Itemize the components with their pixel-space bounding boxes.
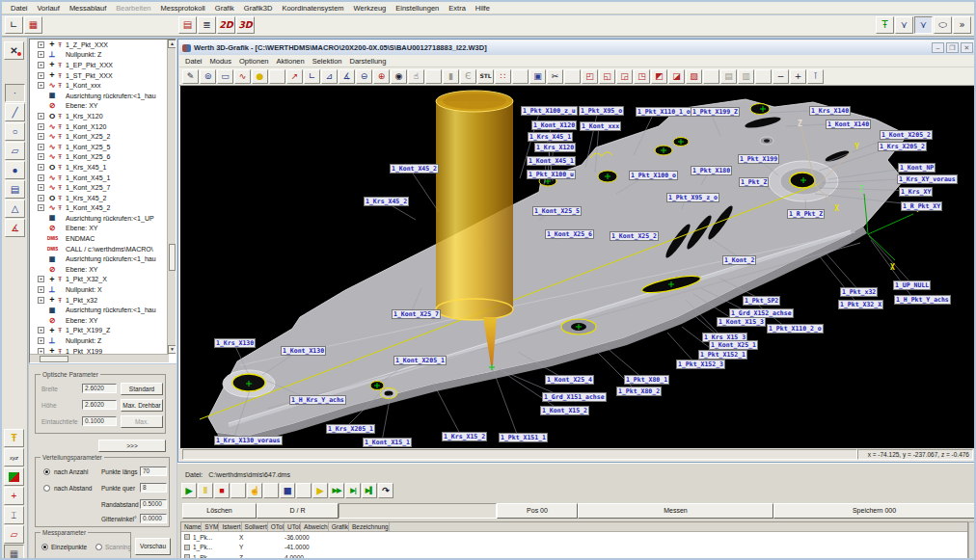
- punkte-quer-field[interactable]: 8: [140, 483, 167, 493]
- gfx-titlebar[interactable]: Werth 3D-Grafik - [C:\WERTHDMS\MACRO\20X…: [179, 40, 976, 55]
- tree-expand-icon[interactable]: [38, 113, 44, 120]
- feature-label[interactable]: 1_Kont_2: [722, 255, 756, 265]
- loeschen-button[interactable]: Löschen: [182, 503, 257, 519]
- xyz-icon[interactable]: xyz: [4, 448, 24, 467]
- pencil-icon[interactable]: ✎: [182, 69, 199, 84]
- tree-item[interactable]: ∿ Ŧ 1_Kont_X45_1: [30, 173, 176, 183]
- probe-change-icon[interactable]: Ŧ: [876, 16, 894, 34]
- feature-label[interactable]: 1_Kont_X140: [826, 120, 871, 129]
- sphere-tool-icon[interactable]: ●: [5, 161, 25, 179]
- measure-angle-icon[interactable]: ∡: [339, 69, 355, 84]
- zoom-minus-button[interactable]: −: [773, 69, 789, 84]
- tree-expand-icon[interactable]: [38, 144, 44, 150]
- color-mode-icon[interactable]: [4, 467, 24, 486]
- tree-item[interactable]: + Ŧ 1_Pkt_X199_Z: [30, 326, 176, 336]
- tree-expand-icon[interactable]: [38, 337, 44, 344]
- menu-item[interactable]: Datei: [6, 4, 33, 13]
- feature-label[interactable]: 1_Pkt_X151_1: [499, 433, 548, 442]
- measure-window-icon[interactable]: ▱: [4, 525, 24, 544]
- feature-label[interactable]: 1_Kont_X25_5: [532, 206, 582, 216]
- tree-item[interactable]: ▦ Ŧ Ausrichtung rückrufen:<1_hau: [30, 253, 176, 264]
- tree-item[interactable]: ⊘ Ŧ Ebene: XY: [30, 101, 176, 112]
- row-checkbox[interactable]: [184, 534, 190, 540]
- feature-label[interactable]: 1_Kont_X25_2: [610, 231, 659, 241]
- menu-item[interactable]: Grafik3D: [239, 4, 278, 13]
- tree-item[interactable]: ⊥ Ŧ Nullpunkt: Z: [30, 335, 176, 346]
- feature-label[interactable]: 1_Pkt_X110_1_o: [636, 107, 692, 117]
- tree-item[interactable]: O Ŧ 1_Krs_X120: [30, 111, 176, 121]
- probe-z-icon[interactable]: ⌶: [4, 506, 24, 524]
- view-left-icon[interactable]: ◲: [616, 69, 633, 84]
- pause-button[interactable]: ‖: [198, 483, 213, 498]
- tree-item[interactable]: ∿ Ŧ 1_Kont_X25_7: [30, 182, 176, 193]
- max-drehbar-button[interactable]: Max. Drehbar: [121, 399, 163, 412]
- 3d-viewport[interactable]: Z Y X Z Y X 1_Pkt_X100_z_u1_Pkt_X95_o1_P…: [180, 86, 975, 449]
- tree-item[interactable]: ⊘ Ŧ Ebene: XY: [30, 315, 176, 326]
- fast-forward-button[interactable]: ▶▶: [329, 483, 344, 498]
- row-checkbox[interactable]: [184, 554, 190, 560]
- einzelpunkte-radio[interactable]: [41, 544, 48, 550]
- tree-expand-icon[interactable]: [38, 195, 44, 201]
- probe-display-icon[interactable]: ⊺: [807, 69, 824, 84]
- view-iso-icon[interactable]: ◩: [651, 69, 667, 84]
- feature-label[interactable]: 1_Pkt_Z: [739, 177, 769, 187]
- feature-label[interactable]: 1_Kont_xxx: [580, 121, 621, 131]
- table-row[interactable]: 1_Pk... Y -41.0000: [181, 543, 967, 553]
- feature-label[interactable]: 1_Pkt_X80_1: [624, 375, 669, 385]
- messen-button[interactable]: Messen: [578, 503, 773, 519]
- view-back-icon[interactable]: ◪: [668, 69, 685, 84]
- randabstand-field[interactable]: 0.5000: [140, 499, 167, 509]
- feature-label[interactable]: 1_Grd_X151_achse: [542, 392, 607, 402]
- pan-hand-icon[interactable]: ☝: [408, 69, 424, 84]
- feature-label[interactable]: 1_Krs_X130_voraus: [214, 436, 283, 445]
- tree-expand-icon[interactable]: [38, 41, 44, 48]
- tree-expand-icon[interactable]: [38, 51, 44, 58]
- minimize-icon[interactable]: –: [932, 42, 944, 53]
- breite-field[interactable]: 2.6020: [82, 384, 117, 393]
- menu-item[interactable]: Grafik: [210, 4, 239, 13]
- feature-label[interactable]: 1_Kont_NP: [898, 163, 935, 173]
- tree-item[interactable]: + Ŧ 1_ST_Pkt_XXX: [30, 70, 176, 81]
- view-3d-icon[interactable]: ▨: [686, 69, 702, 84]
- zoom-plus-button[interactable]: +: [790, 69, 806, 84]
- feature-label[interactable]: 1_Krs_X205_2: [878, 142, 927, 151]
- feature-label[interactable]: 1_Kont_X45_1: [527, 156, 576, 166]
- feature-label[interactable]: 1_Pkt_SP2: [743, 296, 780, 306]
- row-checkbox[interactable]: [184, 545, 190, 550]
- tree-item[interactable]: O Ŧ 1_Krs_X45_2: [30, 193, 176, 203]
- feature-label[interactable]: 1_Pkt_X100_z_u: [521, 106, 578, 116]
- delete-element-icon[interactable]: ✕: [4, 41, 24, 60]
- scroll-up-icon[interactable]: ▲: [168, 40, 176, 48]
- cad-grid-icon[interactable]: ▦: [4, 545, 24, 560]
- gfx-menu-item[interactable]: Optionen: [237, 57, 274, 66]
- render-icon[interactable]: ▤: [720, 69, 737, 84]
- grid-button[interactable]: ▦: [280, 483, 295, 498]
- standard-button[interactable]: Standard: [121, 383, 163, 395]
- feature-label[interactable]: 1_R_Pkt_Z: [787, 209, 825, 219]
- tree-item[interactable]: ▦ Ŧ Ausrichtung rückrufen:<1_UP: [30, 213, 176, 224]
- point-icon[interactable]: ●: [252, 69, 268, 84]
- dr-button[interactable]: D / R: [257, 503, 339, 519]
- feature-label[interactable]: 1_Kont_X15_1: [363, 438, 412, 447]
- feature-label[interactable]: 1_Pkt_X100_o: [629, 171, 678, 180]
- feature-label[interactable]: 1_Krs_X120: [534, 143, 576, 152]
- scrollbar-thumb[interactable]: [169, 244, 176, 271]
- tree-item[interactable]: O Ŧ 1_Krs_X45_1: [30, 162, 176, 173]
- table-row[interactable]: 1_Pk... X -36.0000: [181, 532, 967, 543]
- menu-item[interactable]: Extra: [444, 4, 471, 13]
- scanning-radio[interactable]: [95, 544, 102, 550]
- tree-expand-icon[interactable]: [38, 82, 44, 89]
- list-icon[interactable]: ≣: [198, 16, 216, 34]
- hand-button[interactable]: ☝: [247, 483, 262, 498]
- feature-label[interactable]: 1_H_Pkt_Y_achs: [894, 295, 951, 305]
- gitterwinkel-field[interactable]: 0.0000: [140, 514, 167, 523]
- tree-expand-icon[interactable]: [38, 276, 44, 282]
- scrollbar-thumb[interactable]: [40, 356, 68, 362]
- feature-label[interactable]: 1_Krs_X140: [809, 106, 851, 116]
- hoehe-field[interactable]: 2.6020: [82, 400, 117, 410]
- speichern-button[interactable]: Speichern 000: [773, 503, 975, 519]
- feature-label[interactable]: 1_Pkt_X95_o: [579, 106, 624, 116]
- tree-item[interactable]: ∿ Ŧ 1_Kont_xxx: [30, 80, 176, 91]
- feature-label[interactable]: 1_Pkt_X199_Z: [691, 107, 740, 117]
- image-icon[interactable]: ▣: [529, 69, 546, 84]
